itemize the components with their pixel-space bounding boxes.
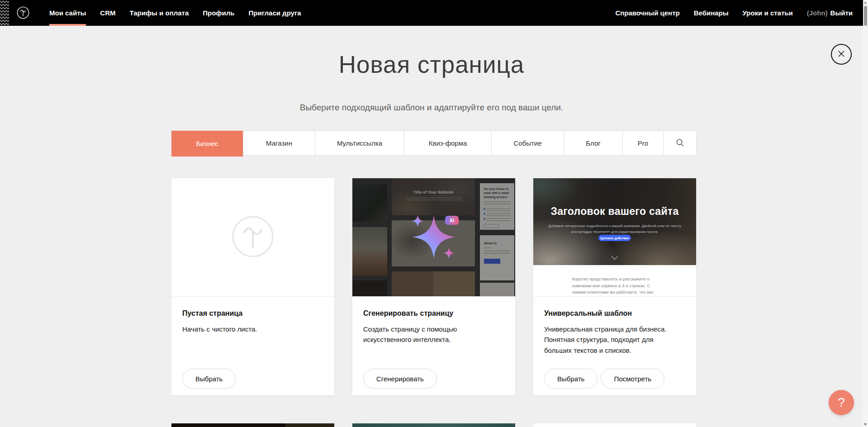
nav-right: Справочный центр Вебинары Уроки и статьи… (615, 0, 853, 26)
nav-user: (John) Выйти (807, 0, 853, 26)
tab-blog-label: Блог (586, 139, 600, 147)
logout-link[interactable]: Выйти (830, 9, 853, 17)
view-universal-button[interactable]: Посмотреть (601, 369, 664, 389)
tab-multilink-label: Мультиссылка (337, 139, 382, 147)
card-clipped-1[interactable] (171, 423, 334, 427)
nav-help-center-label: Справочный центр (615, 9, 679, 17)
nav-username: (John) (807, 9, 828, 17)
nav-left: Мои сайты CRM Тарифы и оплата Профиль Пр… (49, 0, 301, 26)
card-universal-preview: Заголовок вашего сайта Добавьте интересн… (533, 178, 696, 297)
zigzag-pattern-icon (0, 0, 9, 26)
card-clipped-2[interactable] (352, 423, 515, 427)
nav-crm[interactable]: CRM (100, 0, 115, 26)
template-cards-row: Пустая страница Начать с чистого листа. … (171, 178, 697, 395)
help-button[interactable]: ? (829, 390, 854, 415)
ai-collage: Title of Your Website Get your house in … (352, 178, 515, 296)
scrollbar-thumb[interactable] (864, 6, 867, 26)
nav-invite-friend-label: Пригласи друга (248, 9, 301, 17)
generate-button[interactable]: Сгенерировать (363, 369, 437, 389)
template-hero: Заголовок вашего сайта Добавьте интересн… (533, 178, 696, 265)
card-ai-generate-title: Сгенерировать страницу (363, 309, 504, 318)
sparkle-small-bottom-icon (443, 247, 455, 259)
close-icon (837, 49, 846, 60)
tab-pro[interactable]: Pro (622, 131, 663, 155)
template-hero-heading: Заголовок вашего сайта (533, 205, 696, 218)
template-body-text: Коротко представьтесь и расскажите о ком… (572, 276, 661, 297)
tab-pro-label: Pro (638, 139, 648, 147)
scrollbar-down-arrow-icon[interactable] (864, 423, 867, 426)
tab-business-label: Бизнес (196, 140, 218, 147)
choose-universal-button[interactable]: Выбрать (544, 369, 598, 389)
nav-lessons[interactable]: Уроки и статьи (743, 0, 793, 26)
card-clipped-3[interactable] (533, 423, 696, 427)
tab-shop[interactable]: Магазин (243, 131, 315, 155)
template-hero-subheading: Добавьте интересные подробности о вашей … (547, 223, 683, 235)
card-blank-page-desc: Начать с чистого листа. (182, 324, 318, 334)
nav-profile[interactable]: Профиль (203, 0, 234, 26)
card-blank-page[interactable]: Пустая страница Начать с чистого листа. … (171, 178, 334, 395)
tilda-watermark-icon (232, 215, 275, 260)
search-icon (676, 138, 684, 148)
card-ai-generate-body: Сгенерировать страницу Создать страницу … (352, 297, 515, 345)
nav-webinars-label: Вебинары (694, 9, 729, 17)
tilda-logo[interactable] (17, 6, 29, 19)
close-button[interactable] (831, 44, 852, 65)
nav-tariffs-label: Тарифы и оплата (129, 9, 189, 17)
card-blank-page-actions: Выбрать (182, 369, 236, 389)
card-universal-title: Универсальный шаблон (544, 309, 685, 318)
chevron-down-icon (612, 253, 618, 260)
nav-invite-friend[interactable]: Пригласи друга (248, 0, 301, 26)
tab-event[interactable]: Событие (491, 131, 564, 155)
tab-quiz-form[interactable]: Квиз-форма (404, 131, 491, 155)
top-nav: Мои сайты CRM Тарифы и оплата Профиль Пр… (0, 0, 868, 26)
nav-help-center[interactable]: Справочный центр (615, 0, 679, 26)
scrollbar[interactable] (863, 0, 868, 427)
card-blank-page-title: Пустая страница (182, 309, 323, 318)
card-universal-template[interactable]: Заголовок вашего сайта Добавьте интересн… (533, 178, 696, 395)
scrollbar-up-arrow-icon[interactable] (864, 1, 867, 4)
tab-shop-label: Магазин (266, 139, 292, 147)
template-category-tabs: Бизнес Магазин Мультиссылка Квиз-форма С… (171, 131, 697, 156)
card-universal-desc: Универсальная страница для бизнеса. Поня… (544, 324, 680, 356)
tab-quiz-form-label: Квиз-форма (429, 139, 467, 147)
nav-webinars[interactable]: Вебинары (694, 0, 729, 26)
nav-my-sites-label: Мои сайты (49, 9, 86, 17)
nav-lessons-label: Уроки и статьи (743, 9, 793, 17)
template-cta-button: Целевое действие (598, 235, 631, 241)
modal-content: Бизнес Магазин Мультиссылка Квиз-форма С… (171, 0, 697, 427)
card-blank-page-preview (171, 178, 334, 297)
card-ai-generate-actions: Сгенерировать (363, 369, 437, 389)
tab-multilink[interactable]: Мультиссылка (315, 131, 404, 155)
ai-badge: AI (445, 216, 459, 225)
nav-tariffs[interactable]: Тарифы и оплата (129, 0, 189, 26)
nav-profile-label: Профиль (203, 9, 234, 17)
choose-blank-button[interactable]: Выбрать (182, 369, 236, 389)
card-ai-generate-preview: Title of Your Website Get your house in … (352, 178, 515, 297)
card-blank-page-body: Пустая страница Начать с чистого листа. (171, 297, 334, 334)
template-body-section: Коротко представьтесь и расскажите о ком… (533, 265, 696, 297)
nav-crm-label: CRM (100, 9, 115, 17)
card-ai-generate[interactable]: Title of Your Website Get your house in … (352, 178, 515, 395)
card-universal-body: Универсальный шаблон Универсальная стран… (533, 297, 696, 356)
tab-business[interactable]: Бизнес (171, 131, 243, 157)
card-universal-actions: Выбрать Посмотреть (544, 369, 664, 389)
nav-my-sites[interactable]: Мои сайты (49, 0, 86, 26)
tab-search[interactable] (663, 131, 696, 155)
template-cards-row-2 (171, 423, 697, 427)
tab-event-label: Событие (513, 139, 541, 147)
tab-blog[interactable]: Блог (564, 131, 622, 155)
card-ai-generate-desc: Создать страницу с помощью искусственног… (363, 324, 499, 345)
